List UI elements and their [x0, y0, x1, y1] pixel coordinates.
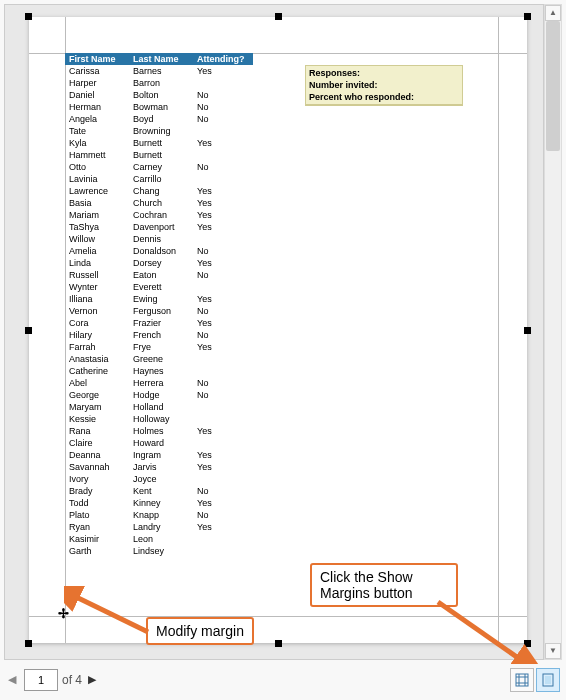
- cell-attending: Yes: [193, 257, 253, 269]
- prev-page-button[interactable]: ◀: [4, 670, 20, 690]
- table-row: CatherineHaynes: [65, 365, 253, 377]
- zoom-to-page-button[interactable]: [536, 668, 560, 692]
- table-row: DanielBoltonNo: [65, 89, 253, 101]
- cell-attending: No: [193, 101, 253, 113]
- next-page-button[interactable]: ▶: [84, 670, 100, 690]
- cell-first-name: Savannah: [65, 461, 129, 473]
- table-row: AngelaBoydNo: [65, 113, 253, 125]
- callout-show-margins: Click the Show Margins button: [310, 563, 458, 607]
- cell-first-name: Russell: [65, 269, 129, 281]
- vertical-scrollbar[interactable]: ▲ ▼: [544, 4, 562, 660]
- page-handle-tr[interactable]: [524, 13, 531, 20]
- cell-first-name: Illiana: [65, 293, 129, 305]
- scroll-thumb[interactable]: [546, 21, 560, 151]
- table-row: IvoryJoyce: [65, 473, 253, 485]
- cell-first-name: Cora: [65, 317, 129, 329]
- cell-last-name: Howard: [129, 437, 193, 449]
- cell-last-name: French: [129, 329, 193, 341]
- table-row: TateBrowning: [65, 125, 253, 137]
- page-handle-tc[interactable]: [275, 13, 282, 20]
- cell-attending: Yes: [193, 461, 253, 473]
- cell-attending: [193, 77, 253, 89]
- svg-rect-8: [545, 676, 551, 684]
- cell-attending: [193, 149, 253, 161]
- cell-attending: No: [193, 89, 253, 101]
- cell-first-name: Tate: [65, 125, 129, 137]
- show-margins-button[interactable]: [510, 668, 534, 692]
- cell-first-name: Amelia: [65, 245, 129, 257]
- cell-last-name: Davenport: [129, 221, 193, 233]
- cell-attending: [193, 353, 253, 365]
- cell-attending: [193, 437, 253, 449]
- cell-first-name: Todd: [65, 497, 129, 509]
- cell-first-name: Basia: [65, 197, 129, 209]
- cell-first-name: Farrah: [65, 341, 129, 353]
- cell-attending: [193, 233, 253, 245]
- table-row: HarperBarron: [65, 77, 253, 89]
- table-row: TaShyaDavenportYes: [65, 221, 253, 233]
- cell-last-name: Lindsey: [129, 545, 193, 557]
- cell-last-name: Chang: [129, 185, 193, 197]
- cell-first-name: Otto: [65, 161, 129, 173]
- cell-attending: [193, 125, 253, 137]
- scroll-up-button[interactable]: ▲: [545, 5, 561, 21]
- cell-attending: [193, 533, 253, 545]
- cell-attending: Yes: [193, 521, 253, 533]
- summary-percent: Percent who responded:: [309, 91, 459, 103]
- cell-first-name: Garth: [65, 545, 129, 557]
- cell-last-name: Haynes: [129, 365, 193, 377]
- table-row: AbelHerreraNo: [65, 377, 253, 389]
- move-cursor-icon: ✢: [58, 611, 69, 617]
- page-content: First Name Last Name Attending? CarissaB…: [65, 53, 499, 617]
- cell-attending: [193, 545, 253, 557]
- cell-attending: No: [193, 389, 253, 401]
- cell-last-name: Browning: [129, 125, 193, 137]
- table-row: OttoCarneyNo: [65, 161, 253, 173]
- preview-page: First Name Last Name Attending? CarissaB…: [29, 17, 527, 643]
- page-handle-bc[interactable]: [275, 640, 282, 647]
- page-handle-bl[interactable]: [25, 640, 32, 647]
- th-first-name: First Name: [65, 53, 129, 65]
- cell-last-name: Greene: [129, 353, 193, 365]
- table-row: GeorgeHodgeNo: [65, 389, 253, 401]
- cell-first-name: Rana: [65, 425, 129, 437]
- table-row: DeannaIngramYes: [65, 449, 253, 461]
- page-handle-tl[interactable]: [25, 13, 32, 20]
- scroll-down-button[interactable]: ▼: [545, 643, 561, 659]
- cell-attending: No: [193, 305, 253, 317]
- cell-first-name: Maryam: [65, 401, 129, 413]
- table-row: FarrahFryeYes: [65, 341, 253, 353]
- cell-first-name: Wynter: [65, 281, 129, 293]
- cell-attending: Yes: [193, 341, 253, 353]
- page-handle-mr[interactable]: [524, 327, 531, 334]
- cell-attending: Yes: [193, 293, 253, 305]
- table-row: HermanBowmanNo: [65, 101, 253, 113]
- cell-attending: Yes: [193, 65, 253, 77]
- cell-last-name: Ferguson: [129, 305, 193, 317]
- table-row: RanaHolmesYes: [65, 425, 253, 437]
- table-row: CoraFrazierYes: [65, 317, 253, 329]
- table-row: VernonFergusonNo: [65, 305, 253, 317]
- cell-first-name: Lavinia: [65, 173, 129, 185]
- cell-last-name: Donaldson: [129, 245, 193, 257]
- cell-first-name: Carissa: [65, 65, 129, 77]
- table-row: WynterEverett: [65, 281, 253, 293]
- cell-first-name: Vernon: [65, 305, 129, 317]
- cell-last-name: Ewing: [129, 293, 193, 305]
- page-handle-br[interactable]: [524, 640, 531, 647]
- page-handle-ml[interactable]: [25, 327, 32, 334]
- page-number-input[interactable]: [24, 669, 58, 691]
- pager: ◀ of 4 ▶: [4, 669, 100, 691]
- table-row: RyanLandryYes: [65, 521, 253, 533]
- cell-last-name: Dorsey: [129, 257, 193, 269]
- cell-first-name: Kyla: [65, 137, 129, 149]
- cell-first-name: Willow: [65, 233, 129, 245]
- cell-first-name: Herman: [65, 101, 129, 113]
- cell-first-name: Ivory: [65, 473, 129, 485]
- callout-show-margins-text: Click the Show Margins button: [320, 569, 413, 601]
- table-row: HammettBurnett: [65, 149, 253, 161]
- cell-first-name: Plato: [65, 509, 129, 521]
- cell-last-name: Herrera: [129, 377, 193, 389]
- cell-attending: No: [193, 485, 253, 497]
- cell-last-name: Frye: [129, 341, 193, 353]
